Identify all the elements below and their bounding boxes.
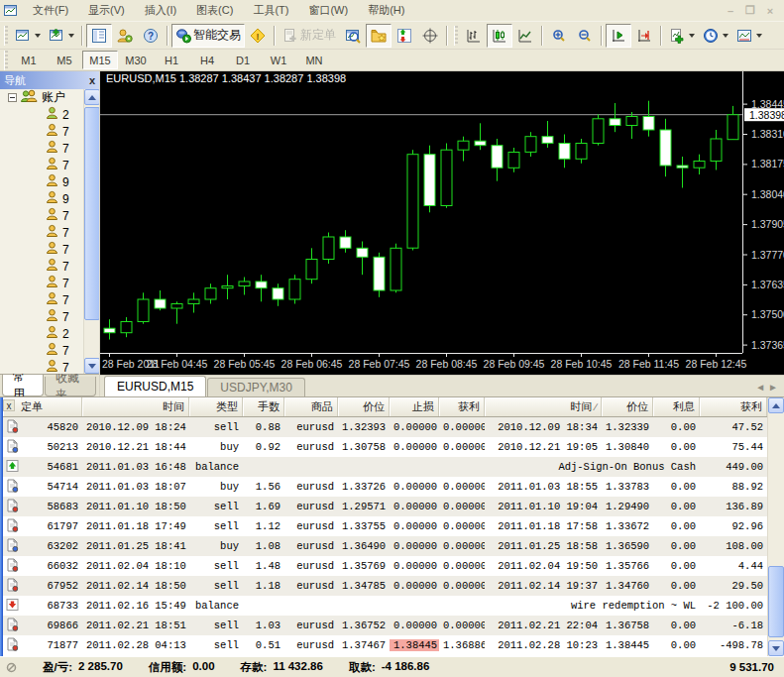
- tile-windows-button[interactable]: [86, 24, 112, 48]
- line-chart-button[interactable]: [512, 24, 538, 48]
- scroll-thumb[interactable]: [84, 107, 99, 320]
- column-header[interactable]: 获利: [439, 397, 485, 416]
- column-header[interactable]: 价位: [602, 397, 653, 416]
- account-number: 7: [62, 293, 69, 307]
- column-header[interactable]: 止损: [390, 397, 439, 416]
- table-cell: 1.08: [243, 540, 284, 552]
- close-button[interactable]: ×: [761, 3, 779, 18]
- table-row[interactable]: 502132010.12.21 18:44buy0.92eurusd1.3075…: [3, 437, 767, 457]
- menu-item[interactable]: 文件(F): [23, 1, 78, 19]
- collapse-icon[interactable]: [8, 93, 17, 102]
- chart-tab-usdjpy-m30[interactable]: USDJPY,M30: [207, 378, 304, 396]
- column-header[interactable]: 价位: [338, 397, 390, 416]
- table-row[interactable]: 586832011.01.10 18:50sell1.69eurusd1.295…: [3, 497, 767, 516]
- timeframe-m5-button[interactable]: M5: [47, 51, 82, 69]
- account-icon: [46, 241, 58, 258]
- menu-item[interactable]: 工具(T): [243, 1, 298, 19]
- column-header[interactable]: 利息: [653, 397, 700, 416]
- minimize-button[interactable]: –: [722, 3, 739, 18]
- table-row[interactable]: 617972011.01.18 17:49sell1.12eurusd1.337…: [3, 516, 767, 536]
- tabs-left-icon[interactable]: ◄: [755, 382, 765, 393]
- table-row[interactable]: 660322011.02.04 18:10sell1.48eurusd1.357…: [3, 556, 767, 576]
- timeframe-m30-button[interactable]: M30: [118, 51, 154, 69]
- column-header[interactable]: 手数: [243, 397, 284, 416]
- market-watch-button[interactable]: [340, 24, 366, 48]
- candle-chart-button[interactable]: [487, 24, 512, 48]
- terminal-panel-button[interactable]: [392, 24, 417, 48]
- restore-button[interactable]: ❐: [741, 3, 759, 18]
- chart-tab-eurusd-m15[interactable]: EURUSD,M15: [104, 376, 206, 396]
- timeframe-w1-button[interactable]: W1: [261, 51, 296, 69]
- column-header[interactable]: 时间: [82, 397, 189, 416]
- table-row[interactable]: 679522011.02.14 18:50sell1.18eurusd1.347…: [3, 576, 767, 596]
- table-row[interactable]: 547142011.01.03 18:07buy1.56eurusd1.3372…: [3, 477, 767, 497]
- terminal-close-icon[interactable]: x: [3, 399, 15, 411]
- profiles-button[interactable]: [112, 24, 138, 48]
- new-chart-add-button[interactable]: [45, 24, 78, 48]
- navigator-panel-button[interactable]: [366, 24, 392, 48]
- account-icon: [46, 275, 58, 291]
- menu-item[interactable]: 图表(C): [186, 1, 243, 19]
- scroll-thumb[interactable]: [768, 566, 784, 637]
- chart-shift-button[interactable]: [631, 24, 657, 48]
- zoom-out-button[interactable]: [572, 24, 598, 48]
- auto-scroll-button[interactable]: [606, 24, 631, 48]
- scroll-up-icon[interactable]: [768, 397, 784, 413]
- timeframe-h4-button[interactable]: H4: [189, 51, 225, 69]
- navigator-tab-common[interactable]: 常用: [2, 375, 44, 396]
- table-row[interactable]: 458202010.12.09 18:24sell0.88eurusd1.323…: [3, 417, 767, 437]
- table-cell: 2011.01.25 18:58: [485, 540, 602, 552]
- column-header[interactable]: 定单: [3, 397, 82, 416]
- help-button[interactable]: ?: [138, 24, 164, 48]
- tabs-right-icon[interactable]: ►: [768, 382, 778, 393]
- scroll-down-icon[interactable]: [84, 358, 99, 374]
- table-cell: 2011.02.21 22:04: [485, 620, 602, 631]
- table-cell: 0.00000: [390, 421, 439, 433]
- table-cell: 1.38445: [390, 639, 439, 651]
- menu-item[interactable]: 窗口(W): [298, 1, 358, 19]
- svg-text:1.38398: 1.38398: [749, 109, 784, 121]
- column-header[interactable]: 获利: [700, 397, 767, 416]
- table-row[interactable]: 546812011.01.03 16:48balanceAdj-Sign-On …: [3, 457, 767, 477]
- timeframe-mn-button[interactable]: MN: [296, 51, 332, 69]
- tree-scrollbar[interactable]: [83, 89, 99, 374]
- timeframe-m1-button[interactable]: M1: [11, 51, 47, 69]
- account-icon: [46, 207, 58, 224]
- menu-item[interactable]: 帮助(H): [358, 1, 414, 19]
- menu-item[interactable]: 插入(I): [135, 1, 186, 19]
- periods-button[interactable]: [699, 24, 732, 48]
- indicators-button[interactable]: [665, 24, 699, 48]
- table-cell: eurusd: [284, 540, 338, 552]
- column-header[interactable]: 类型: [189, 397, 243, 416]
- table-cell: sell: [189, 520, 243, 532]
- scroll-up-icon[interactable]: [84, 89, 99, 105]
- terminal-scrollbar[interactable]: [767, 397, 784, 656]
- table-cell: 2011.01.03 18:55: [485, 481, 602, 493]
- account-icon: [46, 106, 58, 123]
- new-chart-button[interactable]: [11, 24, 45, 48]
- expert-advisors-button[interactable]: 智能交易: [171, 24, 245, 48]
- zoom-in-button[interactable]: [546, 24, 572, 48]
- crosshair-button[interactable]: [417, 24, 443, 48]
- table-cell: 1.33755: [338, 520, 390, 532]
- candlestick-chart[interactable]: 1.384451.383101.381751.380401.379051.377…: [100, 71, 784, 375]
- timeframe-h1-button[interactable]: H1: [154, 51, 189, 69]
- table-row[interactable]: 718772011.02.28 04:13sell0.51eurusd1.374…: [3, 635, 767, 655]
- scroll-down-icon[interactable]: [768, 640, 784, 656]
- navigator-tab-favorites[interactable]: 收藏夹: [45, 377, 96, 396]
- bar-chart-button[interactable]: [461, 24, 487, 48]
- templates-button[interactable]: [732, 24, 766, 48]
- menu-item[interactable]: 显示(V): [78, 1, 135, 19]
- svg-text:28 Feb 12:45: 28 Feb 12:45: [686, 358, 747, 370]
- navigator-close-icon[interactable]: x: [89, 75, 95, 85]
- table-row[interactable]: 698662011.02.21 18:51sell1.03eurusd1.367…: [3, 616, 767, 635]
- alert-button[interactable]: !: [245, 24, 271, 48]
- column-header[interactable]: 时间∕: [485, 397, 602, 416]
- timeframe-m15-button[interactable]: M15: [82, 51, 118, 69]
- table-cell: 1.36590: [602, 540, 653, 552]
- table-row[interactable]: 687332011.02.16 15:49balancewire redempt…: [3, 596, 767, 616]
- timeframe-d1-button[interactable]: D1: [225, 51, 261, 69]
- table-row[interactable]: 632022011.01.25 18:41buy1.08eurusd1.3649…: [3, 536, 767, 556]
- column-header[interactable]: 商品: [284, 397, 338, 416]
- price-chart[interactable]: 1.384451.383101.381751.380401.379051.377…: [100, 71, 784, 375]
